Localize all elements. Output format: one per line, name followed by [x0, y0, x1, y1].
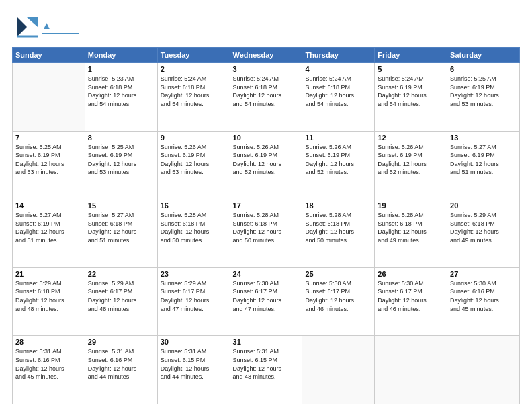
calendar-cell: 20Sunrise: 5:29 AM Sunset: 6:18 PM Dayli…	[447, 199, 520, 268]
day-info: Sunrise: 5:24 AM Sunset: 6:18 PM Dayligh…	[161, 75, 227, 108]
day-number: 17	[233, 201, 300, 210]
day-number: 14	[15, 201, 82, 210]
calendar-cell: 30Sunrise: 5:31 AM Sunset: 6:15 PM Dayli…	[157, 336, 230, 404]
calendar-week-5: 28Sunrise: 5:31 AM Sunset: 6:16 PM Dayli…	[13, 336, 520, 404]
calendar-cell: 4Sunrise: 5:24 AM Sunset: 6:18 PM Daylig…	[302, 63, 375, 132]
day-number: 5	[378, 65, 444, 73]
day-info: Sunrise: 5:26 AM Sunset: 6:19 PM Dayligh…	[233, 143, 300, 177]
weekday-header-thursday: Thursday	[302, 48, 375, 63]
calendar-cell	[447, 336, 520, 404]
weekday-header-saturday: Saturday	[447, 48, 520, 63]
weekday-header-tuesday: Tuesday	[157, 48, 230, 63]
calendar-cell: 18Sunrise: 5:28 AM Sunset: 6:18 PM Dayli…	[302, 199, 375, 268]
day-number: 13	[450, 134, 517, 142]
calendar-cell	[302, 336, 375, 404]
day-info: Sunrise: 5:31 AM Sunset: 6:15 PM Dayligh…	[233, 347, 300, 381]
logo-text: ▲	[42, 19, 79, 34]
calendar-cell: 17Sunrise: 5:28 AM Sunset: 6:18 PM Dayli…	[230, 199, 302, 268]
day-info: Sunrise: 5:26 AM Sunset: 6:19 PM Dayligh…	[378, 143, 444, 177]
day-info: Sunrise: 5:31 AM Sunset: 6:16 PM Dayligh…	[15, 347, 82, 381]
day-number: 29	[88, 338, 154, 346]
calendar-cell: 10Sunrise: 5:26 AM Sunset: 6:19 PM Dayli…	[230, 131, 302, 199]
calendar-cell: 7Sunrise: 5:25 AM Sunset: 6:19 PM Daylig…	[13, 131, 85, 199]
weekday-header-monday: Monday	[85, 48, 157, 63]
calendar-cell: 26Sunrise: 5:30 AM Sunset: 6:17 PM Dayli…	[375, 267, 447, 336]
day-info: Sunrise: 5:29 AM Sunset: 6:17 PM Dayligh…	[161, 279, 227, 313]
logo: ▲	[12, 12, 79, 42]
calendar-cell: 29Sunrise: 5:31 AM Sunset: 6:16 PM Dayli…	[85, 336, 157, 404]
calendar-cell: 24Sunrise: 5:30 AM Sunset: 6:17 PM Dayli…	[230, 267, 302, 336]
day-number: 23	[161, 270, 227, 278]
day-number: 27	[450, 270, 517, 278]
day-number: 7	[15, 134, 82, 142]
calendar-cell: 15Sunrise: 5:27 AM Sunset: 6:18 PM Dayli…	[85, 199, 157, 268]
day-info: Sunrise: 5:25 AM Sunset: 6:19 PM Dayligh…	[15, 143, 82, 177]
calendar-week-2: 7Sunrise: 5:25 AM Sunset: 6:19 PM Daylig…	[13, 131, 520, 199]
day-info: Sunrise: 5:26 AM Sunset: 6:19 PM Dayligh…	[305, 143, 371, 177]
calendar-cell: 9Sunrise: 5:26 AM Sunset: 6:19 PM Daylig…	[157, 131, 230, 199]
calendar-cell: 14Sunrise: 5:27 AM Sunset: 6:19 PM Dayli…	[13, 199, 85, 268]
logo-underline	[42, 33, 79, 34]
day-info: Sunrise: 5:29 AM Sunset: 6:18 PM Dayligh…	[15, 279, 82, 313]
calendar-cell: 8Sunrise: 5:25 AM Sunset: 6:19 PM Daylig…	[85, 131, 157, 199]
weekday-header-sunday: Sunday	[13, 48, 85, 63]
day-number: 9	[161, 134, 227, 142]
calendar-cell: 3Sunrise: 5:24 AM Sunset: 6:18 PM Daylig…	[230, 63, 302, 132]
calendar-cell: 11Sunrise: 5:26 AM Sunset: 6:19 PM Dayli…	[302, 131, 375, 199]
day-number: 8	[88, 134, 154, 142]
day-info: Sunrise: 5:25 AM Sunset: 6:19 PM Dayligh…	[450, 75, 517, 108]
logo-icon	[12, 12, 42, 42]
day-info: Sunrise: 5:24 AM Sunset: 6:18 PM Dayligh…	[233, 75, 300, 108]
day-info: Sunrise: 5:29 AM Sunset: 6:18 PM Dayligh…	[450, 211, 517, 244]
day-info: Sunrise: 5:23 AM Sunset: 6:18 PM Dayligh…	[88, 75, 154, 108]
day-info: Sunrise: 5:30 AM Sunset: 6:16 PM Dayligh…	[450, 279, 517, 313]
day-number: 21	[15, 270, 82, 278]
svg-marker-0	[17, 17, 27, 36]
day-info: Sunrise: 5:28 AM Sunset: 6:18 PM Dayligh…	[233, 211, 300, 244]
day-number: 10	[233, 134, 300, 142]
day-number: 24	[233, 270, 300, 278]
day-info: Sunrise: 5:31 AM Sunset: 6:15 PM Dayligh…	[161, 347, 227, 381]
day-info: Sunrise: 5:28 AM Sunset: 6:18 PM Dayligh…	[305, 211, 371, 244]
day-number: 18	[305, 201, 371, 210]
day-number: 12	[378, 134, 444, 142]
calendar-table: SundayMondayTuesdayWednesdayThursdayFrid…	[12, 47, 520, 404]
calendar-week-1: 1Sunrise: 5:23 AM Sunset: 6:18 PM Daylig…	[13, 63, 520, 132]
calendar-cell: 25Sunrise: 5:30 AM Sunset: 6:17 PM Dayli…	[302, 267, 375, 336]
day-info: Sunrise: 5:27 AM Sunset: 6:19 PM Dayligh…	[450, 143, 517, 177]
calendar-cell: 28Sunrise: 5:31 AM Sunset: 6:16 PM Dayli…	[13, 336, 85, 404]
calendar-week-3: 14Sunrise: 5:27 AM Sunset: 6:19 PM Dayli…	[13, 199, 520, 268]
calendar-cell: 22Sunrise: 5:29 AM Sunset: 6:17 PM Dayli…	[85, 267, 157, 336]
day-number: 25	[305, 270, 371, 278]
logo-blue: ▲	[42, 19, 52, 31]
calendar-cell	[13, 63, 85, 132]
day-number: 6	[450, 65, 517, 73]
calendar-header-row: SundayMondayTuesdayWednesdayThursdayFrid…	[13, 48, 520, 63]
day-number: 22	[88, 270, 154, 278]
day-number: 26	[378, 270, 444, 278]
day-info: Sunrise: 5:29 AM Sunset: 6:17 PM Dayligh…	[88, 279, 154, 313]
weekday-header-wednesday: Wednesday	[230, 48, 302, 63]
day-info: Sunrise: 5:30 AM Sunset: 6:17 PM Dayligh…	[305, 279, 371, 313]
header: ▲	[12, 12, 520, 42]
calendar-cell: 21Sunrise: 5:29 AM Sunset: 6:18 PM Dayli…	[13, 267, 85, 336]
day-number: 31	[233, 338, 300, 346]
calendar-week-4: 21Sunrise: 5:29 AM Sunset: 6:18 PM Dayli…	[13, 267, 520, 336]
day-number: 15	[88, 201, 154, 210]
calendar-cell: 31Sunrise: 5:31 AM Sunset: 6:15 PM Dayli…	[230, 336, 302, 404]
page: ▲ SundayMondayTuesdayWednesdayThursdayFr…	[0, 0, 532, 411]
calendar-cell: 2Sunrise: 5:24 AM Sunset: 6:18 PM Daylig…	[157, 63, 230, 132]
calendar-cell: 16Sunrise: 5:28 AM Sunset: 6:18 PM Dayli…	[157, 199, 230, 268]
day-info: Sunrise: 5:31 AM Sunset: 6:16 PM Dayligh…	[88, 347, 154, 381]
day-info: Sunrise: 5:24 AM Sunset: 6:19 PM Dayligh…	[378, 75, 444, 108]
day-info: Sunrise: 5:27 AM Sunset: 6:18 PM Dayligh…	[88, 211, 154, 244]
day-info: Sunrise: 5:28 AM Sunset: 6:18 PM Dayligh…	[378, 211, 444, 244]
day-info: Sunrise: 5:25 AM Sunset: 6:19 PM Dayligh…	[88, 143, 154, 177]
weekday-header-friday: Friday	[375, 48, 447, 63]
day-number: 1	[88, 65, 154, 73]
day-info: Sunrise: 5:26 AM Sunset: 6:19 PM Dayligh…	[161, 143, 227, 177]
day-number: 4	[305, 65, 371, 73]
calendar-cell: 6Sunrise: 5:25 AM Sunset: 6:19 PM Daylig…	[447, 63, 520, 132]
day-number: 20	[450, 201, 517, 210]
day-info: Sunrise: 5:30 AM Sunset: 6:17 PM Dayligh…	[378, 279, 444, 313]
